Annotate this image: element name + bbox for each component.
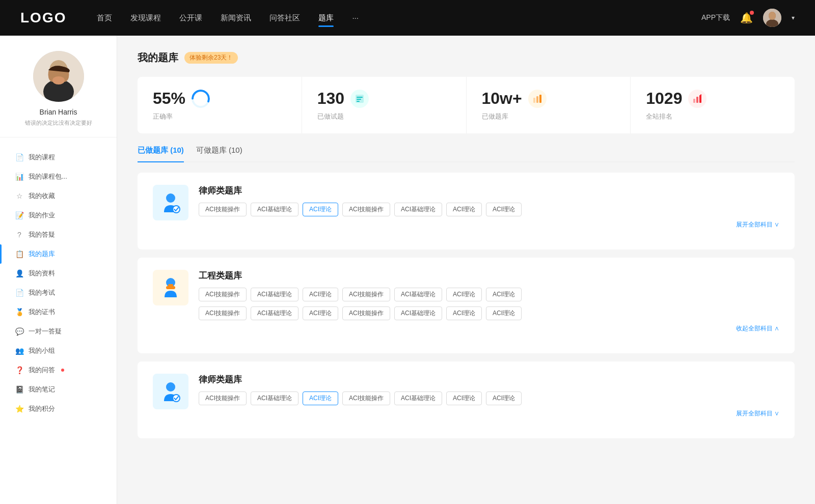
- qbank-header-1: 律师类题库 ACI技能操作 ACI基础理论 ACI理论 ACI技能操作 ACI基…: [153, 185, 779, 229]
- qbank-tag-active[interactable]: ACI理论: [303, 203, 338, 216]
- svg-point-26: [166, 382, 175, 391]
- qbank-tag[interactable]: ACI基础理论: [394, 203, 442, 216]
- qbank-tag[interactable]: ACI技能操作: [342, 288, 390, 301]
- qbank-icon-wrap-lawyer-2: [153, 374, 188, 409]
- qbank-tag[interactable]: ACI技能操作: [199, 391, 247, 405]
- stat-banks-value: 10w+: [482, 89, 522, 108]
- qbank-tag[interactable]: ACI技能操作: [342, 306, 390, 320]
- one-on-one-icon: 💬: [15, 327, 23, 335]
- profile-avatar: [33, 51, 84, 102]
- my-exam-icon: 📄: [15, 289, 23, 297]
- qbank-tag[interactable]: ACI基础理论: [394, 306, 442, 320]
- stat-banks-top: 10w+: [482, 89, 615, 108]
- nav-home[interactable]: 首页: [97, 11, 112, 25]
- expand-all-button-1[interactable]: 展开全部科目 ∨: [199, 220, 779, 229]
- my-favorites-icon: ☆: [15, 192, 23, 200]
- qbank-tag[interactable]: ACI理论: [446, 306, 482, 320]
- my-courses-icon: 📄: [15, 153, 23, 161]
- user-name: Brian Harris: [40, 108, 77, 116]
- qbank-tag[interactable]: ACI理论: [303, 306, 338, 320]
- svg-point-7: [52, 76, 65, 85]
- qbank-tag[interactable]: ACI理论: [446, 288, 482, 301]
- qbank-tag[interactable]: ACI技能操作: [199, 306, 247, 320]
- qbank-title-3: 律师类题库: [199, 374, 779, 385]
- sidebar-item-my-favorites[interactable]: ☆ 我的收藏: [0, 186, 117, 206]
- nav-question-bank[interactable]: 题库: [318, 11, 334, 25]
- qbank-tag[interactable]: ACI技能操作: [342, 391, 390, 405]
- stat-done-value: 130: [317, 89, 344, 108]
- qbank-content-1: 律师类题库 ACI技能操作 ACI基础理论 ACI理论 ACI技能操作 ACI基…: [199, 185, 779, 229]
- sidebar-item-my-courses[interactable]: 📄 我的课程: [0, 148, 117, 167]
- sidebar-item-my-qa[interactable]: ❓ 我的问答: [0, 360, 117, 380]
- qbank-tags-row2: ACI技能操作 ACI基础理论 ACI理论 ACI技能操作 ACI基础理论 AC…: [199, 306, 779, 320]
- sidebar-item-my-cert[interactable]: 🏅 我的证书: [0, 302, 117, 322]
- sidebar-item-label: 我的课程: [29, 153, 55, 162]
- navbar: LOGO 首页 发现课程 公开课 新闻资讯 问答社区 题库 ··· APP下载 …: [0, 0, 815, 36]
- qbank-tag-active[interactable]: ACI理论: [303, 391, 338, 405]
- qbank-tag[interactable]: ACI基础理论: [251, 288, 298, 301]
- stat-rank-top: 1029: [646, 89, 779, 108]
- qbank-tag[interactable]: ACI理论: [446, 203, 482, 216]
- sidebar-item-label: 我的小组: [29, 346, 55, 355]
- svg-rect-17: [693, 99, 695, 103]
- collapse-all-button[interactable]: 收起全部科目 ∧: [199, 324, 779, 333]
- qbank-tag[interactable]: ACI基础理论: [251, 306, 298, 320]
- sidebar-item-my-group[interactable]: 👥 我的小组: [0, 341, 117, 360]
- tabs-row: 已做题库 (10) 可做题库 (10): [138, 146, 795, 162]
- sidebar-item-my-questions[interactable]: ? 我的答疑: [0, 225, 117, 244]
- qbank-tag[interactable]: ACI基础理论: [394, 391, 442, 405]
- user-dropdown-icon[interactable]: ▾: [792, 14, 795, 21]
- tab-available-banks[interactable]: 可做题库 (10): [196, 146, 242, 161]
- qbank-tag[interactable]: ACI基础理论: [251, 391, 298, 405]
- qbank-tag[interactable]: ACI理论: [486, 288, 522, 301]
- sidebar-item-label: 我的收藏: [29, 191, 55, 201]
- sidebar-item-label: 我的证书: [29, 307, 55, 317]
- qbank-tag[interactable]: ACI理论: [446, 391, 482, 405]
- qbank-card-lawyer-2: 律师类题库 ACI技能操作 ACI基础理论 ACI理论 ACI技能操作 ACI基…: [138, 361, 795, 438]
- sidebar-item-my-packages[interactable]: 📊 我的课程包...: [0, 167, 117, 186]
- page-title: 我的题库: [138, 51, 178, 65]
- svg-rect-18: [696, 97, 698, 103]
- app-download-button[interactable]: APP下载: [701, 13, 730, 22]
- sidebar-item-label: 我的题库: [29, 249, 55, 259]
- sidebar-item-my-points[interactable]: ⭐ 我的积分: [0, 399, 117, 418]
- stat-rank-value: 1029: [646, 89, 682, 108]
- qbank-tag[interactable]: ACI基础理论: [251, 203, 298, 216]
- qbank-icon-wrap-engineer: [153, 270, 188, 305]
- nav-open-courses[interactable]: 公开课: [179, 11, 202, 25]
- qbank-tag[interactable]: ACI理论: [486, 391, 522, 405]
- svg-rect-15: [536, 96, 538, 103]
- nav-qa[interactable]: 问答社区: [269, 11, 300, 25]
- page-layout: Brian Harris 错误的决定比没有决定要好 📄 我的课程 📊 我的课程包…: [0, 36, 815, 504]
- avatar[interactable]: [763, 9, 781, 27]
- qbank-tag[interactable]: ACI技能操作: [342, 203, 390, 216]
- expand-all-button-3[interactable]: 展开全部科目 ∨: [199, 409, 779, 418]
- nav-news[interactable]: 新闻资讯: [221, 11, 251, 25]
- qbank-title-2: 工程类题库: [199, 270, 779, 282]
- sidebar-item-my-qbank[interactable]: 📋 我的题库: [0, 244, 117, 264]
- sidebar-item-my-profile[interactable]: 👤 我的资料: [0, 264, 117, 283]
- nav-courses[interactable]: 发现课程: [130, 11, 161, 25]
- qbank-tag[interactable]: ACI技能操作: [199, 288, 247, 301]
- qbank-header-3: 律师类题库 ACI技能操作 ACI基础理论 ACI理论 ACI技能操作 ACI基…: [153, 374, 779, 418]
- sidebar-item-my-notes[interactable]: 📓 我的笔记: [0, 380, 117, 399]
- sidebar-item-my-homework[interactable]: 📝 我的作业: [0, 206, 117, 225]
- nav-more[interactable]: ···: [352, 11, 359, 25]
- sidebar-item-label: 我的答疑: [29, 230, 55, 239]
- sidebar-item-label: 我的考试: [29, 288, 55, 297]
- page-header: 我的题库 体验剩余23天！: [138, 51, 795, 65]
- my-points-icon: ⭐: [15, 405, 23, 413]
- qbank-tag[interactable]: ACI理论: [486, 203, 522, 216]
- stats-row: 55% 正确率 130 已: [138, 77, 795, 133]
- main-content: 我的题库 体验剩余23天！ 55% 正确率: [117, 36, 815, 504]
- qbank-tag[interactable]: ACI理论: [486, 306, 522, 320]
- qbank-tag[interactable]: ACI理论: [303, 288, 338, 301]
- sidebar-item-one-on-one[interactable]: 💬 一对一答疑: [0, 322, 117, 341]
- svg-rect-14: [533, 98, 535, 103]
- qbank-tag[interactable]: ACI技能操作: [199, 203, 247, 216]
- notification-bell-icon[interactable]: 🔔: [740, 12, 753, 24]
- qbank-content-3: 律师类题库 ACI技能操作 ACI基础理论 ACI理论 ACI技能操作 ACI基…: [199, 374, 779, 418]
- sidebar-item-my-exam[interactable]: 📄 我的考试: [0, 283, 117, 302]
- tab-done-banks[interactable]: 已做题库 (10): [138, 146, 184, 161]
- qbank-tag[interactable]: ACI基础理论: [394, 288, 442, 301]
